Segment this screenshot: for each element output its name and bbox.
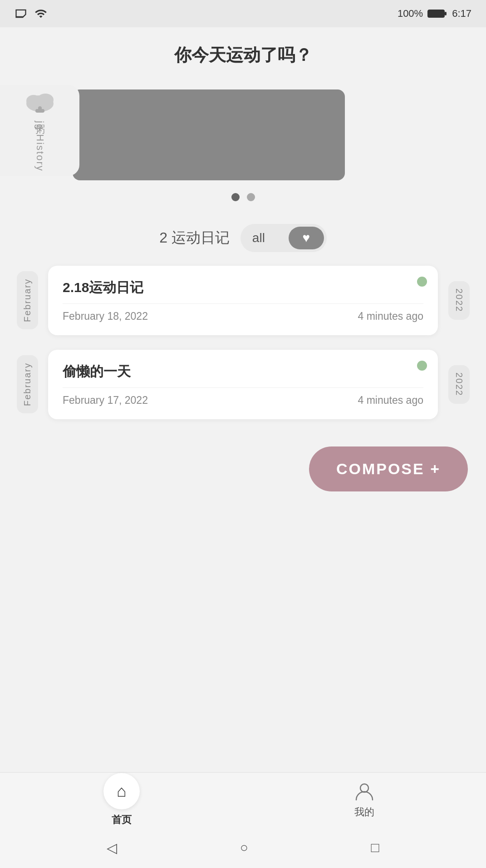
entry-year-label-1: 2022	[448, 281, 470, 320]
filter-count: 2 运动日记	[159, 228, 230, 248]
entry-month-left-1: February	[14, 266, 41, 335]
entry-card-2[interactable]: 偷懒的一天 February 17, 2022 4 minutes ago	[48, 350, 438, 419]
profile-icon	[354, 781, 375, 802]
compose-button[interactable]: COMPOSE +	[309, 446, 468, 491]
carousel-area: 粥 jg History	[0, 76, 486, 219]
filter-heart-toggle[interactable]: ♥	[289, 227, 324, 249]
carousel-dot-1[interactable]	[231, 193, 240, 201]
svg-rect-0	[428, 10, 444, 17]
entry-year-label-2: 2022	[448, 365, 470, 404]
svg-rect-1	[445, 12, 447, 15]
journal-entry: February 2.18运动日记 February 18, 2022 4 mi…	[14, 266, 472, 335]
nav-tab-profile[interactable]: 我的	[243, 773, 486, 827]
nav-tab-profile-label: 我的	[354, 805, 374, 819]
journal-list: February 2.18运动日记 February 18, 2022 4 mi…	[0, 266, 486, 419]
entry-time-1: 4 minutes ago	[358, 310, 423, 322]
compose-area: COMPOSE +	[0, 419, 486, 505]
entry-title-2: 偷懒的一天	[63, 362, 423, 388]
entry-title-1: 2.18运动日记	[63, 278, 423, 304]
entry-meta-2: February 17, 2022 4 minutes ago	[63, 394, 423, 407]
filter-all-label[interactable]: all	[244, 231, 273, 245]
nav-tab-home-label: 首页	[112, 813, 132, 827]
entry-year-right-2: 2022	[445, 350, 472, 419]
entry-year-right-1: 2022	[445, 266, 472, 335]
entry-month-label-1: February	[17, 271, 38, 329]
battery-icon	[427, 8, 447, 19]
cloud-icon	[24, 89, 56, 113]
status-left	[15, 7, 48, 20]
system-nav: ◁ ○ □	[0, 827, 486, 868]
recent-button[interactable]: □	[371, 840, 379, 855]
nav-tab-home-inner: ⌂	[103, 773, 140, 809]
carousel-dots	[0, 193, 486, 201]
entry-date-1: February 18, 2022	[63, 310, 148, 322]
svg-point-7	[360, 784, 368, 792]
svg-point-4	[37, 94, 54, 106]
nav-tabs: ⌂ 首页 我的	[0, 773, 486, 827]
home-button[interactable]: ○	[240, 840, 248, 855]
carousel-dot-2[interactable]	[247, 193, 255, 201]
filter-toggle[interactable]: all ♥	[241, 224, 327, 252]
journal-entry-2: February 偷懒的一天 February 17, 2022 4 minut…	[14, 350, 472, 419]
wifi-icon	[34, 7, 48, 20]
entry-month-left-2: February	[14, 350, 41, 419]
home-icon: ⌂	[117, 782, 127, 801]
entry-indicator-2	[417, 361, 427, 371]
back-button[interactable]: ◁	[107, 840, 117, 856]
entry-date-2: February 17, 2022	[63, 394, 148, 407]
page-title: 你今天运动了吗？	[0, 27, 486, 76]
entry-month-label-2: February	[17, 355, 38, 413]
carousel-main-card[interactable]	[73, 89, 345, 180]
svg-rect-6	[35, 109, 44, 113]
carousel-inner: 粥 jg History	[0, 85, 486, 185]
entry-indicator-1	[417, 277, 427, 287]
bottom-nav: ⌂ 首页 我的 ◁ ○ □	[0, 772, 486, 868]
sim-icon	[15, 7, 27, 20]
heart-icon: ♥	[303, 231, 310, 245]
entry-meta-1: February 18, 2022 4 minutes ago	[63, 310, 423, 322]
status-time: 6:17	[452, 8, 471, 20]
status-right: 100% 6:17	[398, 8, 471, 20]
battery-percent: 100%	[398, 8, 423, 20]
nav-tab-home[interactable]: ⌂ 首页	[0, 773, 243, 827]
status-bar: 100% 6:17	[0, 0, 486, 27]
entry-time-2: 4 minutes ago	[358, 394, 423, 407]
entry-card-1[interactable]: 2.18运动日记 February 18, 2022 4 minutes ago	[48, 266, 438, 335]
carousel-left-card[interactable]: 粥 jg History	[0, 85, 79, 176]
carousel-left-label: 粥 jg History	[33, 116, 47, 172]
filter-row: 2 运动日记 all ♥	[0, 224, 486, 252]
